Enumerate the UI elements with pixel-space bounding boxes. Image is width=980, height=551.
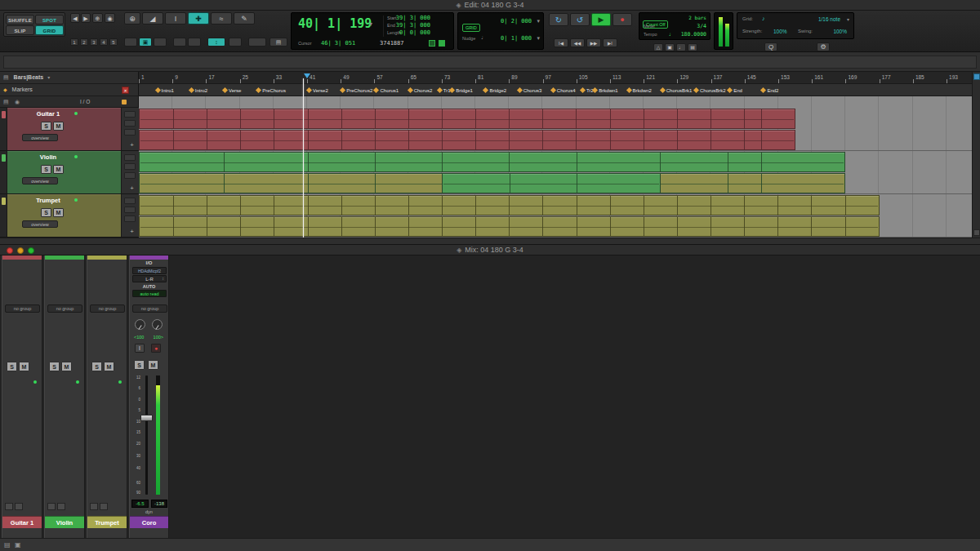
markers-ruler-close-button[interactable]: ✕	[122, 87, 129, 94]
track-header-guitar-1[interactable]: Guitar 1SMoverview+	[0, 108, 139, 151]
status-list-icon[interactable]: ▣	[15, 541, 21, 549]
strip-mini-box[interactable]	[57, 503, 65, 510]
timebase-dropdown-icon[interactable]: ▾	[47, 75, 50, 80]
mute-button[interactable]: M	[61, 362, 72, 371]
go-to-end-button[interactable]: ▶I	[603, 38, 617, 47]
zoom-preset-4[interactable]: 4	[100, 38, 108, 46]
bars-beats-ruler[interactable]: 1917253341495765738189971051131211291371…	[139, 72, 972, 84]
solo-button[interactable]: S	[134, 360, 145, 370]
add-lane-button[interactable]: +	[130, 142, 134, 149]
track-mini-icon[interactable]	[124, 216, 136, 222]
nudge-value[interactable]: 0| 1| 000	[501, 35, 532, 42]
track-mini-icon[interactable]	[124, 111, 136, 118]
marker-chorus4[interactable]: Chorus4	[551, 86, 576, 95]
mix-window-titlebar[interactable]: ◈Mix: 04 180 G 3-4	[0, 245, 980, 256]
tempo-value[interactable]: 180.0000	[681, 31, 706, 38]
strip-name-plate[interactable]: Guitar 1	[2, 516, 42, 528]
solo-button[interactable]: S	[41, 165, 51, 174]
go-to-start-button[interactable]: I◀	[554, 38, 568, 47]
close-window-button[interactable]	[7, 247, 13, 254]
length-value[interactable]: 0| 0| 000	[399, 29, 430, 36]
audio-region[interactable]	[139, 216, 880, 237]
grid-dropdown-icon[interactable]: ▾	[537, 18, 540, 24]
track-mini-icon[interactable]	[124, 120, 136, 127]
status-grid-icon[interactable]: ▤	[4, 541, 11, 549]
strength-value[interactable]: 100%	[773, 29, 787, 34]
pan-knob-right[interactable]	[152, 319, 163, 330]
grid-mode-button[interactable]: GRID	[35, 25, 64, 35]
layered-editing-button[interactable]	[229, 38, 242, 47]
scroll-up-button[interactable]	[973, 73, 980, 80]
audio-region[interactable]	[139, 195, 880, 216]
group-selector[interactable]: no group	[90, 304, 125, 313]
marker-verse[interactable]: Verse	[223, 86, 241, 95]
insertion-follows-playback-button[interactable]	[173, 38, 186, 47]
start-value[interactable]: 39| 3| 000	[396, 15, 430, 21]
fast-forward-button[interactable]: ▶▶	[586, 38, 601, 47]
track-header-trumpet[interactable]: TrumpetSMoverview+	[0, 194, 139, 238]
tempo-ruler-button[interactable]: ♩	[676, 43, 686, 51]
dyn-readout[interactable]: dyn	[130, 509, 168, 514]
marker-end2[interactable]: End2	[761, 86, 778, 95]
tab-to-transient-button[interactable]	[124, 38, 137, 47]
marker-intro1[interactable]: Intro1	[156, 86, 174, 95]
pencil-tool-button[interactable]: ✎	[234, 12, 255, 24]
track-list-menu-icon[interactable]: ▤	[3, 99, 9, 105]
record-enable-button[interactable]: ●	[151, 344, 161, 353]
grid-value-toggle[interactable]: GRID	[462, 18, 480, 33]
solo-button[interactable]: S	[7, 362, 17, 371]
track-mini-icon[interactable]	[124, 163, 136, 170]
edit-window-titlebar[interactable]: ◈Edit: 04 180 G 3-4	[0, 0, 980, 11]
online-loop-button[interactable]: ↻	[549, 13, 568, 26]
strip-mini-box[interactable]	[15, 503, 23, 510]
add-lane-button[interactable]: +	[130, 185, 134, 192]
track-view-overview-button[interactable]: overview	[22, 134, 58, 141]
track-mini-icon[interactable]	[124, 172, 136, 179]
marker-bridge1[interactable]: Bridge1	[450, 86, 473, 95]
input-path-selector[interactable]: HDAdMicpf2	[132, 267, 167, 274]
zoom-preset-3[interactable]: 3	[90, 38, 98, 46]
mirror-midi-button[interactable]	[188, 38, 201, 47]
record-button[interactable]: ●	[612, 13, 632, 26]
marker-prechorus2[interactable]: PreChorus2	[341, 86, 372, 95]
zoom-target-button[interactable]: ◉	[105, 13, 115, 23]
solo-button[interactable]: S	[41, 208, 51, 217]
group-selector[interactable]: no group	[132, 304, 167, 313]
marker-prechorus[interactable]: PreChorus	[256, 86, 286, 95]
mute-button[interactable]: M	[104, 362, 114, 371]
grid-setting-value[interactable]: 1/16 note	[818, 16, 840, 22]
group-selector[interactable]: no group	[5, 304, 40, 313]
zoom-in-button[interactable]: ▶	[81, 13, 91, 23]
main-counter-dropdown-icon[interactable]: ▾	[369, 20, 372, 28]
mute-button[interactable]: M	[53, 208, 64, 217]
marker-brkdwn1[interactable]: Brkdwn1	[593, 86, 617, 95]
edit-playlist-area[interactable]	[139, 96, 972, 238]
marker-chorus2[interactable]: Chorus2	[408, 86, 433, 95]
timebase-ruler-header[interactable]: ▤ Bars|Beats ▾	[0, 72, 139, 84]
edit-vertical-scrollbar[interactable]	[972, 72, 980, 238]
edit-horizontal-scrollbar[interactable]	[0, 238, 980, 245]
mute-button[interactable]: M	[19, 362, 29, 371]
strip-name-plate[interactable]: Trumpet	[87, 516, 127, 528]
minimize-window-button[interactable]	[17, 247, 24, 254]
marker-chorusbrk1[interactable]: ChorusBrk1	[661, 86, 693, 95]
markers-ruler-header[interactable]: ◆ Markers ✕	[0, 84, 139, 96]
zoom-preset-1[interactable]: 1	[70, 38, 78, 46]
markers-ruler[interactable]: Intro1Intro2VersePreChorusVerse2PreChoru…	[139, 84, 972, 96]
add-lane-button[interactable]: +	[130, 229, 134, 235]
strip-mini-box[interactable]	[47, 503, 56, 510]
pan-left-value[interactable]: <100	[134, 335, 144, 340]
audio-region[interactable]	[139, 152, 845, 172]
volume-fader-handle[interactable]	[140, 415, 153, 421]
output-updown-icon[interactable]: ↕	[162, 276, 164, 281]
spot-mode-button[interactable]: SPOT	[35, 15, 64, 24]
zoom-toggle-button[interactable]: ⊕	[92, 13, 103, 23]
end-value[interactable]: 39| 3| 000	[396, 22, 430, 29]
track-view-overview-button[interactable]: overview	[22, 220, 58, 228]
count-off-value[interactable]: 2 bars	[688, 15, 706, 20]
track-visibility-eye-icon[interactable]: ◉	[15, 99, 20, 105]
link-timeline-selection-button[interactable]: ▣	[139, 38, 152, 47]
grid-value[interactable]: 0| 2| 000	[501, 18, 532, 24]
quantize-button[interactable]: Q	[764, 42, 777, 51]
return-to-zero-button[interactable]: ↺	[570, 13, 590, 26]
